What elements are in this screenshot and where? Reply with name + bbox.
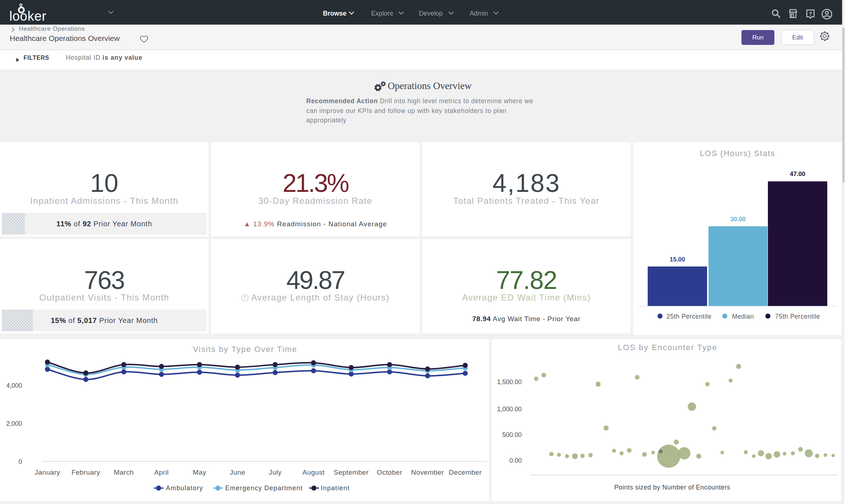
- svg-text:2,000: 2,000: [6, 420, 22, 427]
- svg-text:Inpatient: Inpatient: [321, 484, 350, 492]
- svg-text:September: September: [334, 469, 369, 476]
- svg-text:April: April: [154, 469, 169, 476]
- svg-text:December: December: [449, 469, 482, 476]
- svg-text:February: February: [71, 469, 100, 476]
- svg-text:July: July: [269, 469, 281, 476]
- svg-text:?: ?: [809, 10, 812, 17]
- svg-text:October: October: [377, 469, 403, 476]
- svg-text:1,500.00: 1,500.00: [497, 378, 522, 386]
- svg-text:June: June: [230, 469, 245, 476]
- svg-text:May: May: [193, 469, 206, 476]
- svg-text:November: November: [411, 469, 444, 476]
- svg-text:4,000: 4,000: [6, 382, 22, 389]
- svg-text:January: January: [35, 469, 60, 476]
- svg-text:Ambulatory: Ambulatory: [166, 484, 203, 492]
- svg-text:LOS by Encounter Type: LOS by Encounter Type: [618, 343, 717, 352]
- svg-text:Visits by Type Over Time: Visits by Type Over Time: [193, 345, 297, 354]
- svg-text:500.00: 500.00: [502, 431, 522, 438]
- svg-text:August: August: [302, 469, 325, 476]
- svg-text:1,000.00: 1,000.00: [497, 406, 522, 413]
- svg-text:0: 0: [18, 458, 22, 465]
- svg-text:?: ?: [243, 295, 246, 301]
- svg-text:March: March: [114, 469, 134, 476]
- svg-text:0.00: 0.00: [509, 457, 522, 464]
- svg-text:Emergency Department: Emergency Department: [225, 484, 303, 492]
- svg-text:Points sized by Number of Enco: Points sized by Number of Encounters: [614, 484, 731, 491]
